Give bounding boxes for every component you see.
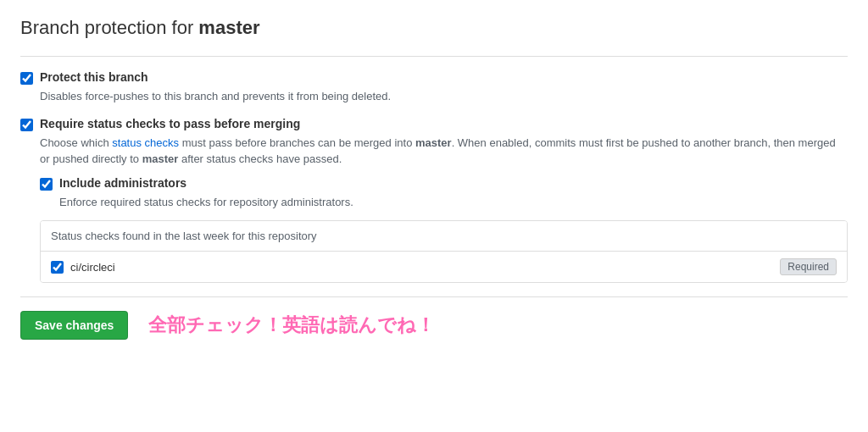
- page-container: Branch protection for master Protect thi…: [0, 0, 868, 357]
- desc-before: Choose which: [40, 136, 112, 149]
- required-badge: Required: [780, 258, 837, 275]
- protect-branch-row: Protect this branch: [20, 70, 848, 85]
- require-status-section: Require status checks to pass before mer…: [20, 117, 848, 284]
- protect-branch-desc: Disables force-pushes to this branch and…: [40, 88, 848, 105]
- desc-end: after status checks have passed.: [178, 152, 342, 165]
- status-check-item: ci/circleci Required: [41, 252, 847, 282]
- page-title: Branch protection for master: [20, 17, 848, 39]
- desc-middle: must pass before branches can be merged …: [179, 136, 415, 149]
- status-checks-link[interactable]: status checks: [112, 136, 179, 149]
- circleci-name: ci/circleci: [70, 261, 115, 274]
- protect-branch-section: Protect this branch Disables force-pushe…: [20, 70, 848, 105]
- status-checks-box: Status checks found in the last week for…: [40, 220, 848, 283]
- title-branch: master: [198, 17, 259, 38]
- bottom-divider: [20, 296, 848, 297]
- title-prefix: Branch protection for: [20, 17, 198, 38]
- bottom-section: Save changes 全部チェック！英語は読んでね！: [20, 311, 848, 340]
- save-changes-button[interactable]: Save changes: [20, 311, 128, 340]
- require-status-label: Require status checks to pass before mer…: [40, 117, 300, 130]
- top-divider: [20, 56, 848, 57]
- status-checks-header: Status checks found in the last week for…: [41, 221, 847, 252]
- annotation-text: 全部チェック！英語は読んでね！: [148, 313, 435, 338]
- include-admins-label: Include administrators: [59, 176, 186, 190]
- require-status-checkbox[interactable]: [20, 119, 33, 131]
- include-admins-row: Include administrators: [40, 176, 848, 191]
- include-admins-section: Include administrators Enforce required …: [40, 176, 848, 211]
- circleci-checkbox[interactable]: [51, 261, 64, 274]
- include-admins-desc: Enforce required status checks for repos…: [59, 194, 848, 211]
- require-status-desc: Choose which status checks must pass bef…: [40, 135, 848, 168]
- status-check-left: ci/circleci: [51, 261, 115, 274]
- desc-branch1: master: [415, 136, 452, 149]
- require-status-row: Require status checks to pass before mer…: [20, 117, 848, 131]
- desc-branch2: master: [142, 152, 179, 165]
- protect-branch-label: Protect this branch: [40, 70, 148, 84]
- protect-branch-checkbox[interactable]: [20, 72, 33, 85]
- include-admins-checkbox[interactable]: [40, 178, 53, 191]
